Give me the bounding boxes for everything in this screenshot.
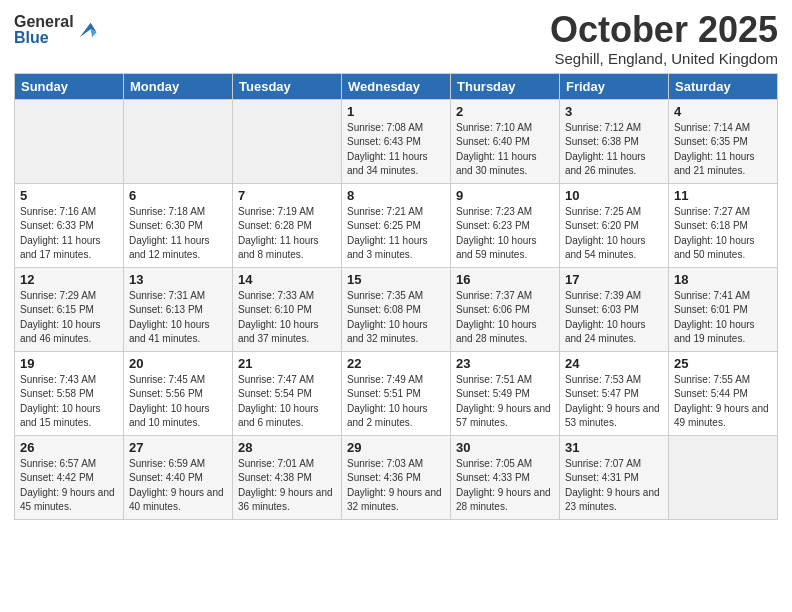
table-row: 18Sunrise: 7:41 AM Sunset: 6:01 PM Dayli… xyxy=(669,267,778,351)
day-number: 3 xyxy=(565,104,663,119)
table-row: 22Sunrise: 7:49 AM Sunset: 5:51 PM Dayli… xyxy=(342,351,451,435)
table-row: 31Sunrise: 7:07 AM Sunset: 4:31 PM Dayli… xyxy=(560,435,669,519)
day-info: Sunrise: 7:18 AM Sunset: 6:30 PM Dayligh… xyxy=(129,205,227,263)
title-section: October 2025 Seghill, England, United Ki… xyxy=(550,10,778,67)
table-row: 7Sunrise: 7:19 AM Sunset: 6:28 PM Daylig… xyxy=(233,183,342,267)
table-row: 6Sunrise: 7:18 AM Sunset: 6:30 PM Daylig… xyxy=(124,183,233,267)
day-number: 23 xyxy=(456,356,554,371)
day-info: Sunrise: 7:23 AM Sunset: 6:23 PM Dayligh… xyxy=(456,205,554,263)
table-row xyxy=(669,435,778,519)
day-info: Sunrise: 7:47 AM Sunset: 5:54 PM Dayligh… xyxy=(238,373,336,431)
day-info: Sunrise: 7:16 AM Sunset: 6:33 PM Dayligh… xyxy=(20,205,118,263)
day-info: Sunrise: 7:27 AM Sunset: 6:18 PM Dayligh… xyxy=(674,205,772,263)
table-row xyxy=(233,99,342,183)
day-info: Sunrise: 7:51 AM Sunset: 5:49 PM Dayligh… xyxy=(456,373,554,431)
table-row: 25Sunrise: 7:55 AM Sunset: 5:44 PM Dayli… xyxy=(669,351,778,435)
day-info: Sunrise: 7:08 AM Sunset: 6:43 PM Dayligh… xyxy=(347,121,445,179)
day-number: 17 xyxy=(565,272,663,287)
day-number: 5 xyxy=(20,188,118,203)
logo: General Blue xyxy=(14,14,98,46)
calendar-body: 1Sunrise: 7:08 AM Sunset: 6:43 PM Daylig… xyxy=(15,99,778,519)
day-number: 1 xyxy=(347,104,445,119)
calendar-header: Sunday Monday Tuesday Wednesday Thursday… xyxy=(15,73,778,99)
table-row: 1Sunrise: 7:08 AM Sunset: 6:43 PM Daylig… xyxy=(342,99,451,183)
table-row xyxy=(124,99,233,183)
header-wednesday: Wednesday xyxy=(342,73,451,99)
day-info: Sunrise: 7:25 AM Sunset: 6:20 PM Dayligh… xyxy=(565,205,663,263)
day-number: 26 xyxy=(20,440,118,455)
table-row: 4Sunrise: 7:14 AM Sunset: 6:35 PM Daylig… xyxy=(669,99,778,183)
table-row: 12Sunrise: 7:29 AM Sunset: 6:15 PM Dayli… xyxy=(15,267,124,351)
table-row: 11Sunrise: 7:27 AM Sunset: 6:18 PM Dayli… xyxy=(669,183,778,267)
header-thursday: Thursday xyxy=(451,73,560,99)
day-info: Sunrise: 7:21 AM Sunset: 6:25 PM Dayligh… xyxy=(347,205,445,263)
day-number: 2 xyxy=(456,104,554,119)
day-number: 14 xyxy=(238,272,336,287)
table-row: 17Sunrise: 7:39 AM Sunset: 6:03 PM Dayli… xyxy=(560,267,669,351)
day-info: Sunrise: 6:57 AM Sunset: 4:42 PM Dayligh… xyxy=(20,457,118,515)
table-row: 20Sunrise: 7:45 AM Sunset: 5:56 PM Dayli… xyxy=(124,351,233,435)
table-row: 5Sunrise: 7:16 AM Sunset: 6:33 PM Daylig… xyxy=(15,183,124,267)
day-number: 29 xyxy=(347,440,445,455)
table-row: 9Sunrise: 7:23 AM Sunset: 6:23 PM Daylig… xyxy=(451,183,560,267)
day-number: 20 xyxy=(129,356,227,371)
day-number: 4 xyxy=(674,104,772,119)
location: Seghill, England, United Kingdom xyxy=(550,50,778,67)
day-info: Sunrise: 6:59 AM Sunset: 4:40 PM Dayligh… xyxy=(129,457,227,515)
day-number: 9 xyxy=(456,188,554,203)
day-number: 16 xyxy=(456,272,554,287)
day-number: 7 xyxy=(238,188,336,203)
table-row: 13Sunrise: 7:31 AM Sunset: 6:13 PM Dayli… xyxy=(124,267,233,351)
day-number: 31 xyxy=(565,440,663,455)
day-info: Sunrise: 7:33 AM Sunset: 6:10 PM Dayligh… xyxy=(238,289,336,347)
day-info: Sunrise: 7:37 AM Sunset: 6:06 PM Dayligh… xyxy=(456,289,554,347)
day-info: Sunrise: 7:49 AM Sunset: 5:51 PM Dayligh… xyxy=(347,373,445,431)
table-row xyxy=(15,99,124,183)
header-friday: Friday xyxy=(560,73,669,99)
day-number: 11 xyxy=(674,188,772,203)
day-info: Sunrise: 7:29 AM Sunset: 6:15 PM Dayligh… xyxy=(20,289,118,347)
day-info: Sunrise: 7:05 AM Sunset: 4:33 PM Dayligh… xyxy=(456,457,554,515)
header-sunday: Sunday xyxy=(15,73,124,99)
header: General Blue October 2025 Seghill, Engla… xyxy=(14,10,778,67)
table-row: 14Sunrise: 7:33 AM Sunset: 6:10 PM Dayli… xyxy=(233,267,342,351)
table-row: 21Sunrise: 7:47 AM Sunset: 5:54 PM Dayli… xyxy=(233,351,342,435)
table-row: 2Sunrise: 7:10 AM Sunset: 6:40 PM Daylig… xyxy=(451,99,560,183)
day-number: 12 xyxy=(20,272,118,287)
month-title: October 2025 xyxy=(550,10,778,50)
table-row: 26Sunrise: 6:57 AM Sunset: 4:42 PM Dayli… xyxy=(15,435,124,519)
day-info: Sunrise: 7:31 AM Sunset: 6:13 PM Dayligh… xyxy=(129,289,227,347)
table-row: 8Sunrise: 7:21 AM Sunset: 6:25 PM Daylig… xyxy=(342,183,451,267)
day-number: 15 xyxy=(347,272,445,287)
day-info: Sunrise: 7:07 AM Sunset: 4:31 PM Dayligh… xyxy=(565,457,663,515)
table-row: 29Sunrise: 7:03 AM Sunset: 4:36 PM Dayli… xyxy=(342,435,451,519)
table-row: 19Sunrise: 7:43 AM Sunset: 5:58 PM Dayli… xyxy=(15,351,124,435)
calendar-container: General Blue October 2025 Seghill, Engla… xyxy=(0,0,792,528)
day-number: 30 xyxy=(456,440,554,455)
day-number: 27 xyxy=(129,440,227,455)
day-number: 18 xyxy=(674,272,772,287)
day-number: 28 xyxy=(238,440,336,455)
day-number: 13 xyxy=(129,272,227,287)
day-info: Sunrise: 7:53 AM Sunset: 5:47 PM Dayligh… xyxy=(565,373,663,431)
day-info: Sunrise: 7:35 AM Sunset: 6:08 PM Dayligh… xyxy=(347,289,445,347)
header-saturday: Saturday xyxy=(669,73,778,99)
header-tuesday: Tuesday xyxy=(233,73,342,99)
logo-blue: Blue xyxy=(14,30,74,46)
table-row: 16Sunrise: 7:37 AM Sunset: 6:06 PM Dayli… xyxy=(451,267,560,351)
day-number: 25 xyxy=(674,356,772,371)
day-info: Sunrise: 7:19 AM Sunset: 6:28 PM Dayligh… xyxy=(238,205,336,263)
logo-general: General xyxy=(14,14,74,30)
day-number: 8 xyxy=(347,188,445,203)
day-info: Sunrise: 7:01 AM Sunset: 4:38 PM Dayligh… xyxy=(238,457,336,515)
day-info: Sunrise: 7:14 AM Sunset: 6:35 PM Dayligh… xyxy=(674,121,772,179)
table-row: 30Sunrise: 7:05 AM Sunset: 4:33 PM Dayli… xyxy=(451,435,560,519)
logo-text: General Blue xyxy=(14,14,74,46)
table-row: 15Sunrise: 7:35 AM Sunset: 6:08 PM Dayli… xyxy=(342,267,451,351)
table-row: 28Sunrise: 7:01 AM Sunset: 4:38 PM Dayli… xyxy=(233,435,342,519)
day-number: 19 xyxy=(20,356,118,371)
day-number: 6 xyxy=(129,188,227,203)
day-info: Sunrise: 7:10 AM Sunset: 6:40 PM Dayligh… xyxy=(456,121,554,179)
day-number: 22 xyxy=(347,356,445,371)
day-info: Sunrise: 7:12 AM Sunset: 6:38 PM Dayligh… xyxy=(565,121,663,179)
